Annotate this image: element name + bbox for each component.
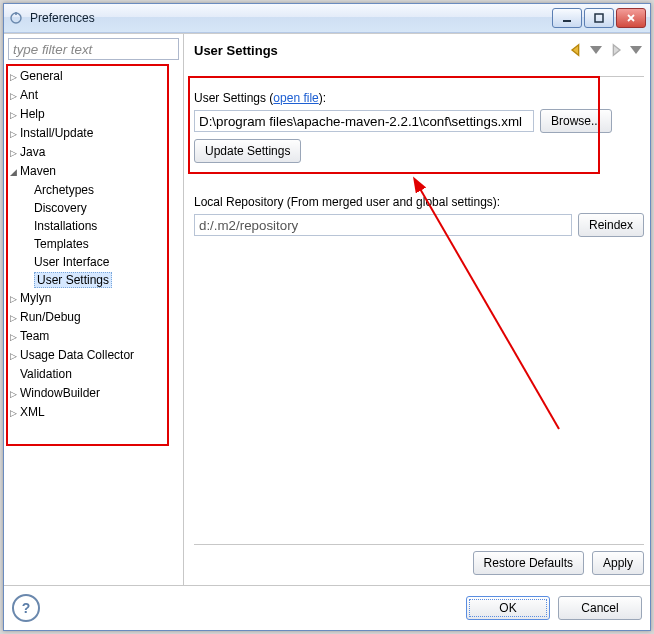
forward-menu-button[interactable] bbox=[628, 42, 644, 58]
maximize-button[interactable] bbox=[584, 8, 614, 28]
tree-item-templates[interactable]: Templates bbox=[34, 235, 179, 253]
expand-icon[interactable]: ▷ bbox=[8, 125, 18, 143]
local-repository-input[interactable] bbox=[194, 214, 572, 236]
expand-icon[interactable]: ▷ bbox=[8, 68, 18, 86]
tree-item-maven[interactable]: ◢Maven Archetypes Discovery Installation… bbox=[8, 162, 179, 289]
tree-item-run-debug[interactable]: ▷Run/Debug bbox=[8, 308, 179, 327]
open-file-link[interactable]: open file bbox=[273, 91, 318, 105]
user-settings-label: User Settings (open file): bbox=[194, 91, 644, 105]
panel-footer: Restore Defaults Apply bbox=[194, 544, 644, 581]
tree-item-discovery[interactable]: Discovery bbox=[34, 199, 179, 217]
browse-button[interactable]: Browse... bbox=[540, 109, 612, 133]
tree-item-user-settings[interactable]: User Settings bbox=[34, 271, 179, 289]
cancel-button[interactable]: Cancel bbox=[558, 596, 642, 620]
dialog-body: ▷General ▷Ant ▷Help ▷Install/Update ▷Jav… bbox=[4, 33, 650, 585]
tree-item-xml[interactable]: ▷XML bbox=[8, 403, 179, 422]
preference-tree[interactable]: ▷General ▷Ant ▷Help ▷Install/Update ▷Jav… bbox=[8, 67, 179, 422]
expand-icon[interactable]: ▷ bbox=[8, 87, 18, 105]
tree-item-general[interactable]: ▷General bbox=[8, 67, 179, 86]
expand-icon[interactable]: ▷ bbox=[8, 328, 18, 346]
expand-icon[interactable]: ▷ bbox=[8, 309, 18, 327]
apply-button[interactable]: Apply bbox=[592, 551, 644, 575]
back-button[interactable] bbox=[568, 42, 584, 58]
ok-button[interactable]: OK bbox=[466, 596, 550, 620]
panel-title: User Settings bbox=[194, 43, 564, 58]
svg-rect-1 bbox=[15, 12, 17, 15]
tree-item-ant[interactable]: ▷Ant bbox=[8, 86, 179, 105]
svg-rect-2 bbox=[563, 20, 571, 22]
title-bar[interactable]: Preferences bbox=[4, 4, 650, 33]
user-settings-section: User Settings (open file): Browse... Upd… bbox=[194, 83, 644, 163]
expand-icon[interactable]: ▷ bbox=[8, 106, 18, 124]
tree-item-user-interface[interactable]: User Interface bbox=[34, 253, 179, 271]
collapse-icon[interactable]: ◢ bbox=[8, 163, 18, 181]
update-settings-button[interactable]: Update Settings bbox=[194, 139, 301, 163]
expand-icon[interactable]: ▷ bbox=[8, 290, 18, 308]
tree-item-archetypes[interactable]: Archetypes bbox=[34, 181, 179, 199]
expand-icon[interactable]: ▷ bbox=[8, 347, 18, 365]
back-menu-button[interactable] bbox=[588, 42, 604, 58]
tree-item-usage-data[interactable]: ▷Usage Data Collector bbox=[8, 346, 179, 365]
panel-header: User Settings bbox=[194, 38, 644, 77]
expand-icon[interactable]: ▷ bbox=[8, 404, 18, 422]
preferences-window: Preferences ▷General ▷Ant ▷Help ▷Install… bbox=[3, 3, 651, 631]
expand-icon[interactable]: ▷ bbox=[8, 144, 18, 162]
window-buttons bbox=[550, 8, 646, 28]
local-repository-label: Local Repository (From merged user and g… bbox=[194, 195, 644, 209]
tree-item-help[interactable]: ▷Help bbox=[8, 105, 179, 124]
preferences-icon bbox=[8, 10, 24, 26]
reindex-button[interactable]: Reindex bbox=[578, 213, 644, 237]
tree-item-windowbuilder[interactable]: ▷WindowBuilder bbox=[8, 384, 179, 403]
tree-item-mylyn[interactable]: ▷Mylyn bbox=[8, 289, 179, 308]
sidebar: ▷General ▷Ant ▷Help ▷Install/Update ▷Jav… bbox=[4, 34, 184, 585]
tree-item-install-update[interactable]: ▷Install/Update bbox=[8, 124, 179, 143]
window-title: Preferences bbox=[30, 11, 550, 25]
forward-button[interactable] bbox=[608, 42, 624, 58]
dialog-footer: ? OK Cancel bbox=[4, 585, 650, 630]
expand-icon[interactable]: ▷ bbox=[8, 385, 18, 403]
filter-input[interactable] bbox=[8, 38, 179, 60]
settings-path-input[interactable] bbox=[194, 110, 534, 132]
svg-rect-3 bbox=[595, 14, 603, 22]
restore-defaults-button[interactable]: Restore Defaults bbox=[473, 551, 584, 575]
tree-item-validation[interactable]: ▷Validation bbox=[8, 365, 179, 384]
minimize-button[interactable] bbox=[552, 8, 582, 28]
help-button[interactable]: ? bbox=[12, 594, 40, 622]
tree-item-team[interactable]: ▷Team bbox=[8, 327, 179, 346]
settings-panel: User Settings User Settings (open file):… bbox=[184, 34, 650, 585]
tree-item-installations[interactable]: Installations bbox=[34, 217, 179, 235]
close-button[interactable] bbox=[616, 8, 646, 28]
tree-item-java[interactable]: ▷Java bbox=[8, 143, 179, 162]
local-repository-section: Local Repository (From merged user and g… bbox=[194, 187, 644, 243]
